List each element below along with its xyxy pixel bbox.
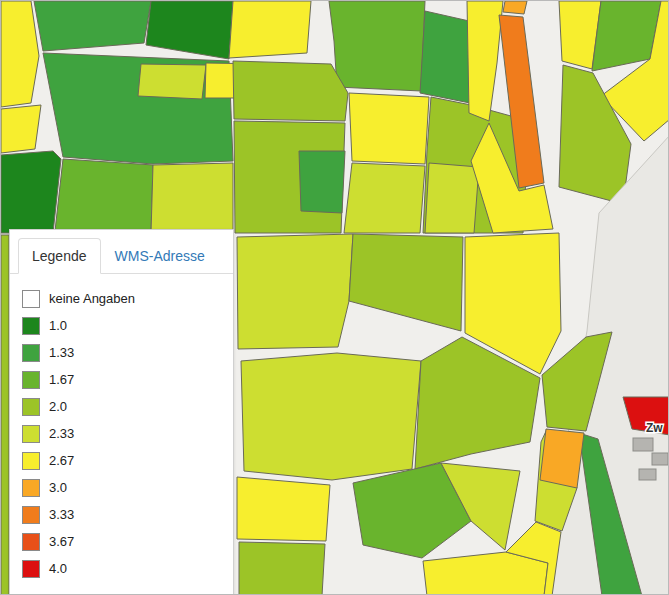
legend-color-swatch <box>22 506 40 524</box>
map-parcel <box>329 1 425 91</box>
legend-color-swatch <box>22 452 40 470</box>
map-parcel <box>229 1 311 58</box>
map-parcel <box>239 542 325 595</box>
map-parcel <box>349 234 463 331</box>
legend-color-swatch <box>22 398 40 416</box>
tab-wms-adresse[interactable]: WMS-Adresse <box>101 238 219 274</box>
map-parcel <box>146 1 233 59</box>
map-parcel <box>138 64 206 99</box>
legend-color-swatch <box>22 533 40 551</box>
map-parcel <box>503 1 527 14</box>
map-parcel <box>299 151 345 213</box>
place-label: Zw <box>646 421 663 435</box>
legend-color-swatch <box>22 425 40 443</box>
legend-item: 1.0 <box>22 317 221 335</box>
legend-item-label: keine Angaben <box>49 290 135 308</box>
legend-item: 4.0 <box>22 560 221 578</box>
legend-item: 1.33 <box>22 344 221 362</box>
legend-item: 2.67 <box>22 452 221 470</box>
legend-color-swatch <box>22 479 40 497</box>
legend-item: 2.33 <box>22 425 221 443</box>
legend-item-label: 1.67 <box>49 371 74 389</box>
legend-color-swatch <box>22 371 40 389</box>
legend-list: keine Angaben1.01.331.672.02.332.673.03.… <box>10 274 233 595</box>
legend-color-swatch <box>22 290 40 308</box>
map-viewer: Zw Legende WMS-Adresse keine Angaben1.01… <box>0 0 669 595</box>
legend-item: 2.0 <box>22 398 221 416</box>
legend-item-label: 2.67 <box>49 452 74 470</box>
map-parcel <box>467 1 503 121</box>
map-parcel <box>151 163 233 233</box>
map-parcel <box>425 163 479 233</box>
tab-legende[interactable]: Legende <box>18 238 101 274</box>
map-parcel <box>540 429 584 488</box>
legend-panel: Legende WMS-Adresse keine Angaben1.01.33… <box>9 229 234 595</box>
map-parcel <box>241 353 421 480</box>
legend-item: 3.0 <box>22 479 221 497</box>
legend-item: 3.33 <box>22 506 221 524</box>
legend-item-label: 2.0 <box>49 398 67 416</box>
building <box>639 469 656 480</box>
map-parcel <box>349 93 429 164</box>
map-parcel <box>237 234 353 349</box>
legend-item-label: 2.33 <box>49 425 74 443</box>
legend-item: 1.67 <box>22 371 221 389</box>
map-parcel <box>237 477 330 541</box>
legend-item-label: 3.67 <box>49 533 74 551</box>
map-parcel <box>55 159 153 233</box>
legend-item-label: 4.0 <box>49 560 67 578</box>
legend-item-label: 3.0 <box>49 479 67 497</box>
legend-color-swatch <box>22 560 40 578</box>
map-parcel <box>1 105 41 153</box>
map-parcel <box>1 235 9 595</box>
map-parcel <box>344 163 425 233</box>
legend-item: keine Angaben <box>22 290 221 308</box>
building <box>633 438 653 451</box>
legend-item: 3.67 <box>22 533 221 551</box>
map-parcel <box>233 61 348 121</box>
legend-tab-bar: Legende WMS-Adresse <box>10 230 233 274</box>
legend-color-swatch <box>22 344 40 362</box>
map-parcel <box>1 151 61 233</box>
map-parcel <box>34 1 151 51</box>
legend-item-label: 1.33 <box>49 344 74 362</box>
legend-item-label: 1.0 <box>49 317 67 335</box>
building <box>652 453 668 465</box>
legend-color-swatch <box>22 317 40 335</box>
map-parcel <box>1 1 39 107</box>
legend-item-label: 3.33 <box>49 506 74 524</box>
